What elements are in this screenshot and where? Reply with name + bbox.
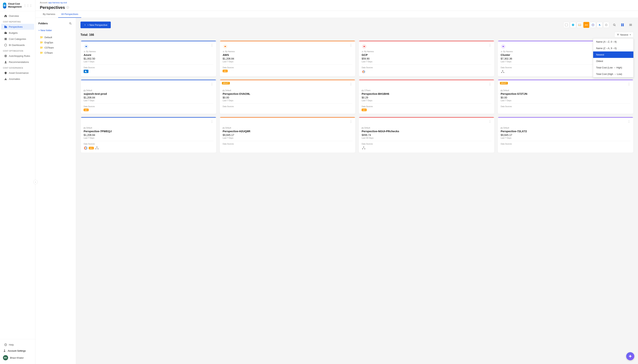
card-period: Last 7 Days: [501, 100, 630, 102]
card-name: Perspective-S72TJN: [501, 92, 630, 95]
card-menu[interactable]: ⋮: [627, 83, 630, 86]
harness-icon: [501, 44, 506, 49]
sort-option-cost-high[interactable]: Total Cost (High → Low): [593, 71, 633, 77]
sidebar-item-perspectives[interactable]: Perspectives: [1, 24, 34, 30]
list-view-button[interactable]: [628, 22, 633, 28]
sort-current-label: Newest: [620, 34, 628, 36]
new-folder-button[interactable]: + New folder: [38, 28, 73, 32]
card-period-aws: Last 7 Days: [223, 60, 352, 63]
svg-point-35: [502, 70, 503, 71]
card-menu[interactable]: ⋮: [210, 83, 214, 86]
card-menu[interactable]: ⋮: [627, 120, 630, 123]
card-perspective-72lx72[interactable]: ⋮ Default Perspective-72LX72 $9,845.17 L…: [498, 117, 633, 153]
folder-icon: 📁: [40, 51, 43, 54]
svg-point-56: [364, 148, 365, 149]
card-menu[interactable]: ⋮: [489, 83, 491, 86]
folder-item-default[interactable]: 📁 Default: [38, 35, 73, 40]
filter-btn-azure[interactable]: [597, 22, 602, 28]
filter-btn-aws2[interactable]: AWS: [583, 22, 589, 28]
folder-item-cdteam[interactable]: 📁 CDTeam: [38, 45, 73, 50]
svg-rect-34: [501, 51, 502, 52]
sort-option-name-az[interactable]: Name (A→Z, 0→9): [593, 38, 633, 45]
sidebar-item-overview[interactable]: Overview: [1, 13, 34, 19]
svg-rect-27: [84, 51, 85, 52]
draft-badge: DRAFT: [222, 82, 230, 84]
svg-rect-21: [621, 25, 622, 26]
sidebar-item-autostopping[interactable]: AutoStopping Rules: [1, 53, 34, 59]
filter-btn-gcp[interactable]: [590, 22, 596, 28]
filter-btn-all[interactable]: [563, 22, 569, 28]
card-menu-azure[interactable]: ⋮: [210, 44, 214, 47]
user-profile[interactable]: BK Bhavi Khator: [0, 354, 35, 362]
new-perspective-button[interactable]: ＋ + New Perspective: [81, 22, 111, 28]
svg-rect-20: [623, 24, 624, 25]
folder-item-engops[interactable]: 📁 EngOps: [38, 40, 73, 45]
card-period-azure: Last 7 Days: [84, 60, 214, 63]
card-gcp[interactable]: ⋮ By Harness GCP $59.90 Last 7 Days Data…: [358, 40, 495, 76]
card-menu[interactable]: ⋮: [210, 120, 214, 123]
filter-btn-aws[interactable]: aws: [577, 22, 583, 28]
card-sources-label: Data Sources: [362, 106, 491, 108]
folder-search-button[interactable]: [68, 21, 73, 26]
sidebar-item-anomalies[interactable]: Anomalies: [1, 76, 34, 82]
grid-view-button[interactable]: [619, 22, 625, 28]
sort-dropdown[interactable]: Newest Name (A→Z, 0→9) Name (Z→A, 9→0) N…: [614, 32, 633, 38]
user-avatar: BK: [3, 355, 8, 360]
anomalies-icon: [4, 78, 7, 80]
card-sujeesh-test-prod[interactable]: ⋮ Default sujeesh-test-prod $1,208.84 La…: [81, 80, 217, 114]
card-sources-label: Data Sources: [223, 143, 352, 145]
sort-button[interactable]: Newest: [614, 32, 633, 38]
folder-item-citeam[interactable]: 📁 CITeam: [38, 50, 73, 55]
card-folder-label: Default: [362, 127, 491, 129]
svg-point-55: [362, 148, 363, 149]
sidebar-item-asset-governance[interactable]: Asset Governance: [1, 70, 34, 76]
app-menu-icon[interactable]: ⋮⋮⋮: [24, 4, 32, 8]
card-menu[interactable]: ⋮: [349, 120, 352, 123]
harness-icon: [362, 44, 367, 49]
sort-menu: Name (A→Z, 0→9) Name (Z→A, 9→0) Newest O…: [593, 38, 633, 78]
harness-icon: [223, 44, 228, 49]
card-menu[interactable]: ⋮: [349, 83, 352, 86]
sidebar-item-budgets[interactable]: Budgets: [1, 30, 34, 36]
card-menu[interactable]: ⋮: [489, 120, 491, 123]
sort-option-name-za[interactable]: Name (Z→A, 9→0): [593, 45, 633, 52]
sidebar-item-bi-dashboards[interactable]: BI Dashboards: [1, 42, 34, 48]
card-name-azure: Azure: [84, 53, 214, 56]
card-aws[interactable]: ⋮ By Harness AWS $1,208.84 Last 7 Days D…: [220, 40, 356, 76]
card-azure[interactable]: ⋮ By Harness Azure $1,002.50 Last 7 Days…: [81, 40, 217, 76]
sort-option-newest[interactable]: Newest: [593, 52, 633, 58]
card-amount: $896.74: [362, 134, 491, 136]
card-perspective-ngui-prchecks[interactable]: ⋮ Default Perspective-NGUI-PRchecks $896…: [358, 117, 495, 153]
sidebar-collapse-button[interactable]: ‹: [33, 180, 38, 184]
filter-btn-harness[interactable]: [570, 22, 576, 28]
svg-rect-43: [223, 90, 225, 91]
svg-point-54: [363, 146, 364, 148]
page-info-icon[interactable]: ⓘ: [67, 6, 69, 9]
sidebar-item-cost-categories[interactable]: Cost Categories: [1, 36, 34, 42]
new-perspective-label: + New Perspective: [87, 24, 107, 26]
sidebar-item-help[interactable]: Help: [1, 342, 34, 348]
sidebar-item-recommendations[interactable]: Recommendations: [1, 59, 34, 65]
card-perspective-bh1bh6[interactable]: ⋮ CITeam Perspective-BH1BH6 $0.29 Last 7…: [358, 80, 495, 114]
card-name: Perspective-BH1BH6: [362, 92, 491, 95]
aida-button[interactable]: [626, 352, 634, 360]
subnav-all-perspectives[interactable]: All Perspectives: [58, 11, 81, 18]
sidebar-item-account-settings[interactable]: Account Settings: [0, 348, 35, 354]
card-perspective-7pweqj[interactable]: ⋮ Default Perspective-7PWEQJ $1,208.84 L…: [81, 117, 217, 153]
card-perspective-h2uq8r[interactable]: ⋮ Default Perspective-H2UQ8R $9,845.17 L…: [220, 117, 356, 153]
card-perspective-ovao9l[interactable]: DRAFT ⋮ Default Perspective-OVAO9L $0.00…: [220, 80, 356, 114]
filter-btn-cluster[interactable]: [603, 22, 609, 28]
card-menu-gcp[interactable]: ⋮: [489, 44, 491, 47]
sort-option-cost-low[interactable]: Total Cost (Low → High): [593, 64, 633, 71]
cost-categories-icon: [4, 38, 7, 40]
sort-option-oldest[interactable]: Oldest: [593, 58, 633, 64]
new-folder-label: + New folder: [38, 29, 52, 32]
search-button[interactable]: [611, 22, 617, 28]
card-period: Last 7 Days: [223, 100, 352, 102]
subnav-by-harness[interactable]: By Harness: [40, 11, 58, 18]
card-perspective-s72tjn[interactable]: DRAFT ⋮ Default Perspective-S72TJN $0.00…: [498, 80, 633, 114]
card-sources-label: Data Sources: [84, 66, 214, 68]
card-sources-label: Data Sources: [223, 106, 352, 108]
sidebar-label-autostopping: AutoStopping Rules: [9, 54, 30, 57]
card-menu-aws[interactable]: ⋮: [349, 44, 352, 47]
